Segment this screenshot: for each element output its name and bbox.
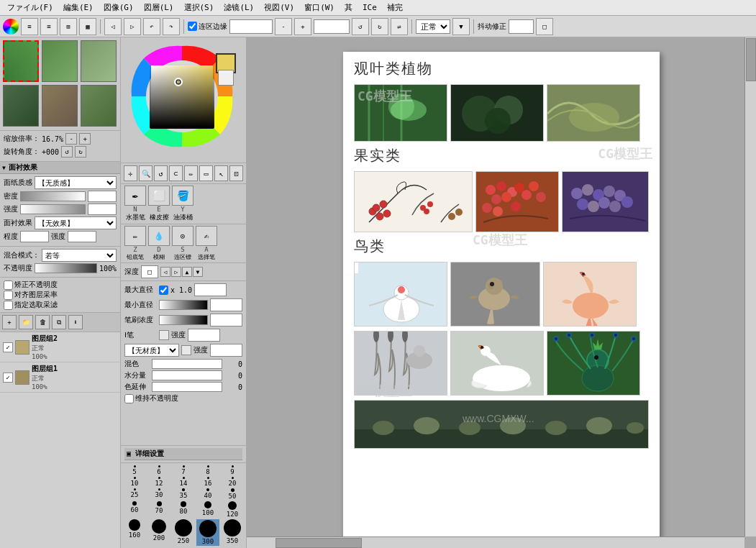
brush-density-input[interactable]: 100	[210, 314, 242, 326]
min-radius-input[interactable]: 0%	[210, 298, 242, 311]
main-opacity-slider[interactable]	[35, 263, 97, 273]
fill-tool-btn[interactable]: 🪣	[172, 186, 193, 206]
view-btn-2[interactable]: ≡	[40, 18, 58, 35]
material-select[interactable]: 【无材质】	[124, 344, 179, 357]
depth-btn-2[interactable]: ▷	[171, 267, 181, 277]
depth-select[interactable]: □	[141, 265, 158, 278]
dot-cell-40[interactable]: 40	[196, 488, 219, 500]
antialias-input[interactable]: 10	[509, 19, 534, 34]
opacity-input[interactable]: 20	[88, 204, 117, 215]
density-input[interactable]: 100	[88, 191, 117, 202]
blend-mode-select[interactable]: 正常	[416, 19, 450, 34]
lasso-tool-btn[interactable]: ⊂	[169, 165, 183, 181]
dot-cell-30[interactable]: 30	[147, 488, 170, 500]
mat-quality-select[interactable]: 【无质感】	[35, 176, 117, 189]
dot-cell-25[interactable]: 25	[123, 488, 146, 500]
rot-btn-1[interactable]: ↺	[352, 18, 369, 35]
opacity-slider[interactable]	[20, 204, 86, 214]
dot-cell-100[interactable]: 100	[196, 501, 219, 518]
antialias-btn[interactable]: □	[536, 18, 553, 35]
rot-sm-btn1[interactable]: ↺	[61, 146, 73, 157]
cb-opacity[interactable]	[4, 280, 13, 290]
dot-cell-80[interactable]: 80	[172, 501, 195, 518]
material-check[interactable]	[181, 345, 191, 355]
layer-item-1[interactable]: ✓ 图层组2 正常 100%	[0, 332, 120, 362]
dot-cell-35[interactable]: 35	[172, 488, 195, 500]
layer-vis-2[interactable]: ✓	[3, 373, 13, 383]
canvas-vscroll[interactable]	[744, 37, 756, 536]
color-extend-bar[interactable]	[152, 382, 222, 392]
canvas-hscroll[interactable]	[247, 536, 744, 548]
color-circle-btn[interactable]	[3, 19, 19, 35]
dot-cell-20[interactable]: 20	[221, 477, 244, 487]
mat-effect-select[interactable]: 【无效果】	[35, 216, 117, 229]
dot-cell-350[interactable]: 350	[221, 519, 244, 546]
pen-check[interactable]	[159, 330, 169, 340]
flip-btn[interactable]: ⇌	[391, 18, 408, 35]
menu-other[interactable]: 其	[340, 1, 357, 14]
brush-tool-btn[interactable]: ✒	[124, 186, 146, 206]
dot-cell-14[interactable]: 14	[172, 477, 195, 487]
dot-cell-12[interactable]: 12	[147, 477, 170, 487]
menu-ice[interactable]: ICe	[358, 1, 381, 14]
dot-cell-160[interactable]: 160	[123, 519, 146, 546]
detail-header[interactable]: ▣ 详细设置	[124, 448, 242, 460]
color-wheel-container[interactable]	[128, 42, 240, 157]
rotation-input[interactable]: +000°	[314, 19, 350, 34]
menu-file[interactable]: ファイル(F)	[3, 1, 58, 14]
thumbnail-cell-5[interactable]	[42, 85, 78, 127]
layer-folder-btn[interactable]: 📁	[19, 315, 33, 329]
thumbnail-cell-6[interactable]	[81, 85, 117, 127]
zoom-sm-btn1[interactable]: -	[65, 133, 77, 145]
edge-checkbox[interactable]	[188, 22, 197, 31]
dot-cell-250[interactable]: 250	[172, 519, 195, 546]
rotate-tool-btn[interactable]: ↺	[154, 165, 168, 181]
dot-cell-9[interactable]: 9	[221, 465, 244, 475]
dot-cell-200[interactable]: 200	[147, 519, 170, 546]
nav-btn-3[interactable]: ↶	[143, 18, 160, 35]
water-bar[interactable]	[152, 370, 222, 380]
dot-cell-7[interactable]: 7	[172, 465, 195, 475]
layer-item-2[interactable]: ✓ 图层组1 正常 100%	[0, 362, 120, 393]
dot-cell-50[interactable]: 50	[221, 488, 244, 500]
dot-cell-5[interactable]: 5	[123, 465, 146, 475]
thumbnail-cell-2[interactable]	[42, 40, 78, 82]
dot-cell-8[interactable]: 8	[196, 465, 219, 475]
menu-layer[interactable]: 図層(L)	[140, 1, 178, 14]
dot-cell-300[interactable]: 300	[196, 519, 219, 546]
max-radius-input[interactable]: 300.0	[194, 283, 227, 296]
strength-input[interactable]: 100	[188, 329, 220, 342]
cursor-btn[interactable]: ↖	[214, 165, 228, 181]
nav-btn-1[interactable]: ◁	[104, 18, 122, 35]
density-slider[interactable]	[20, 191, 86, 201]
dot-cell-10[interactable]: 10	[123, 477, 146, 487]
dot-cell-120[interactable]: 120	[221, 501, 244, 518]
extra-btn[interactable]: ⊡	[229, 165, 243, 181]
thumbnail-cell-4[interactable]	[3, 85, 39, 127]
menu-select[interactable]: 選択(S)	[180, 1, 219, 14]
select-btn[interactable]: ▭	[199, 165, 213, 181]
view-btn-1[interactable]: ≡	[21, 18, 38, 35]
zoom-tool-btn[interactable]: 🔍	[139, 165, 152, 181]
rot-btn-2[interactable]: ↻	[371, 18, 388, 35]
pen-tool-btn[interactable]: ✏	[184, 165, 198, 181]
vscroll-thumb[interactable]	[746, 38, 756, 81]
min-radius-slider[interactable]	[159, 300, 208, 310]
view-btn-4[interactable]: ▦	[79, 18, 96, 35]
nav-btn-2[interactable]: ▷	[124, 18, 141, 35]
blend-select[interactable]: 若等	[42, 249, 117, 262]
eraser-tool-btn[interactable]: ⬜	[148, 186, 170, 206]
view-btn-3[interactable]: ⊞	[60, 18, 77, 35]
cb-select[interactable]	[4, 301, 13, 310]
layer-merge-btn[interactable]: ⬇	[68, 315, 83, 329]
hscroll-thumb[interactable]	[275, 538, 362, 548]
dot-cell-70[interactable]: 70	[147, 501, 170, 518]
level-input[interactable]: 1	[20, 231, 49, 242]
brush-density-slider[interactable]	[159, 315, 208, 325]
maintain-opacity-cb[interactable]	[124, 394, 134, 403]
thumbnail-cell-3[interactable]	[81, 40, 117, 82]
lasso-tool-btn-2[interactable]: ⊙	[172, 226, 193, 246]
selpen-tool-btn[interactable]: ✍️	[196, 226, 217, 246]
menu-filter[interactable]: 滤镜(L)	[219, 1, 258, 14]
move-tool-btn[interactable]: ✛	[124, 165, 137, 181]
